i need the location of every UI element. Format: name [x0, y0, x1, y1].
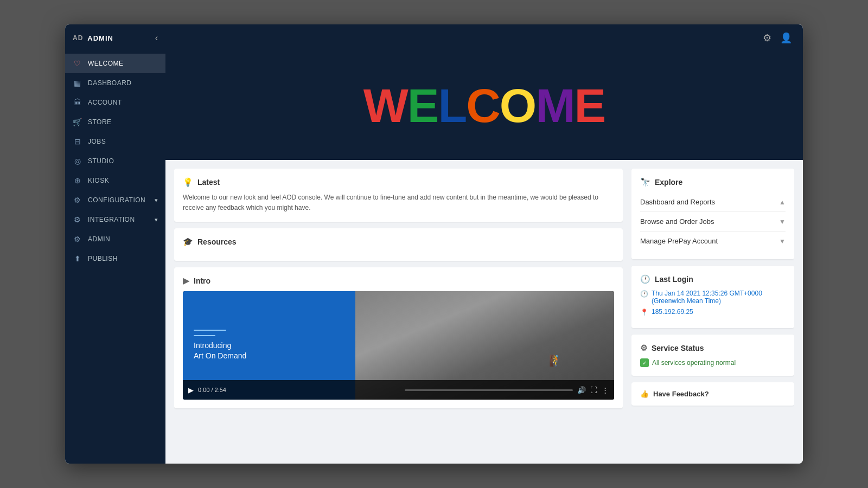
- feedback-card-title: 👍 Have Feedback?: [640, 390, 786, 398]
- feedback-card: 👍 Have Feedback?: [631, 382, 794, 406]
- clock-icon: 🕐: [640, 274, 650, 284]
- intro-play-icon: ▶: [183, 276, 189, 286]
- settings-icon[interactable]: ⚙: [763, 32, 771, 44]
- integration-arrow: ▾: [155, 216, 158, 223]
- store-icon: 🛒: [73, 118, 82, 126]
- resources-title-text: Resources: [197, 237, 237, 246]
- sidebar-item-kiosk[interactable]: ⊕ KIOSK: [65, 171, 165, 190]
- sidebar-item-store[interactable]: 🛒 STORE: [65, 112, 165, 132]
- status-check-icon: ✓: [640, 358, 649, 367]
- nav-label-account: ACCOUNT: [88, 99, 122, 106]
- status-ok-text: All services operating normal: [652, 359, 736, 367]
- login-ip: 185.192.69.25: [652, 308, 693, 316]
- user-icon[interactable]: 👤: [780, 32, 792, 44]
- video-fullscreen-icon[interactable]: ⛶: [590, 386, 597, 394]
- video-climbers: 🧗: [549, 354, 563, 367]
- resources-card-title: 🎓 Resources: [183, 237, 614, 247]
- video-time: 0:00 / 2:54: [198, 387, 400, 393]
- service-status-title-text: Service Status: [652, 344, 704, 352]
- welcome-logo-text: WELCOME: [363, 82, 605, 130]
- content-right: 🔭 Explore Dashboard and Reports ▲ Browse…: [631, 169, 794, 455]
- latest-card-body: Welcome to our new look and feel AOD con…: [183, 192, 614, 213]
- video-line-1: [194, 330, 226, 331]
- topbar: ⚙ 👤: [165, 24, 803, 52]
- explore-title-text: Explore: [655, 178, 682, 187]
- letter-c: C: [466, 79, 500, 132]
- configuration-arrow: ▾: [155, 197, 158, 204]
- location-icon: 📍: [640, 309, 648, 316]
- last-login-title-text: Last Login: [655, 275, 693, 284]
- video-play-button[interactable]: ▶: [188, 386, 194, 394]
- latest-card: 💡 Latest Welcome to our new look and fee…: [174, 169, 623, 222]
- sidebar-item-integration[interactable]: ⚙ INTEGRATION ▾: [65, 210, 165, 229]
- latest-card-title: 💡 Latest: [183, 177, 614, 187]
- sidebar-item-account[interactable]: 🏛 ACCOUNT: [65, 93, 165, 112]
- content-area: 💡 Latest Welcome to our new look and fee…: [165, 160, 803, 464]
- nav-label-admin: ADMIN: [88, 235, 110, 243]
- feedback-title-text: Have Feedback?: [653, 390, 709, 398]
- video-caption-line1: Introducing: [194, 341, 231, 350]
- explore-card-title: 🔭 Explore: [640, 177, 786, 187]
- video-progress-bar[interactable]: [405, 389, 573, 391]
- jobs-icon: ⊟: [73, 137, 82, 146]
- publish-icon: ⬆: [73, 254, 82, 263]
- letter-l: L: [438, 79, 466, 132]
- explore-item-label-2: Browse and Order Jobs: [640, 217, 714, 226]
- intro-title-text: Intro: [194, 277, 210, 285]
- sidebar-item-welcome[interactable]: ♡ WELCOME: [65, 54, 165, 73]
- last-login-card-title: 🕐 Last Login: [640, 274, 786, 284]
- explore-item-dashboard[interactable]: Dashboard and Reports ▲: [640, 192, 786, 212]
- explore-chevron-3: ▼: [779, 237, 786, 245]
- nav-label-jobs: JOBS: [88, 138, 106, 145]
- login-ip-row: 📍 185.192.69.25: [640, 308, 786, 316]
- nav-label-studio: STUDIO: [88, 157, 114, 165]
- explore-chevron-1: ▲: [779, 198, 786, 206]
- video-more-icon[interactable]: ⋮: [602, 386, 609, 394]
- sidebar-item-dashboard[interactable]: ▦ DASHBOARD: [65, 73, 165, 93]
- sidebar-item-configuration[interactable]: ⚙ CONFIGURATION ▾: [65, 190, 165, 210]
- letter-o: O: [500, 79, 535, 132]
- nav-label-dashboard: DASHBOARD: [88, 79, 132, 87]
- explore-item-jobs[interactable]: Browse and Order Jobs ▼: [640, 212, 786, 232]
- explore-item-label-3: Manage PrePay Account: [640, 237, 718, 245]
- letter-w: W: [363, 79, 407, 132]
- welcome-icon: ♡: [73, 59, 82, 68]
- letter-m: M: [535, 79, 574, 132]
- nav-label-publish: PUBLISH: [88, 255, 118, 262]
- sidebar-nav: ♡ WELCOME ▦ DASHBOARD 🏛 ACCOUNT 🛒 STORE …: [65, 52, 165, 464]
- video-caption: Introducing Art On Demand: [194, 341, 246, 362]
- thumbs-up-icon: 👍: [640, 390, 649, 398]
- video-controls: ▶ 0:00 / 2:54 🔊 ⛶ ⋮: [183, 380, 614, 400]
- browser-frame: AD ADMIN ‹ ♡ WELCOME ▦ DASHBOARD 🏛 ACCOU…: [65, 24, 803, 464]
- explore-chevron-2: ▼: [779, 218, 786, 226]
- integration-icon: ⚙: [73, 215, 82, 224]
- logo-name: ADMIN: [87, 34, 113, 42]
- sidebar-item-studio[interactable]: ◎ STUDIO: [65, 151, 165, 171]
- explore-items: Dashboard and Reports ▲ Browse and Order…: [640, 192, 786, 251]
- video-caption-line2: Art On Demand: [194, 351, 246, 360]
- last-login-card: 🕐 Last Login 🕐 Thu Jan 14 2021 12:35:26 …: [631, 266, 794, 328]
- sidebar-collapse-button[interactable]: ‹: [155, 33, 158, 43]
- sidebar-logo: AD ADMIN: [73, 34, 113, 42]
- login-datetime: Thu Jan 14 2021 12:35:26 GMT+0000 (Green…: [652, 290, 786, 305]
- sidebar-item-publish[interactable]: ⬆ PUBLISH: [65, 249, 165, 268]
- video-volume-icon[interactable]: 🔊: [577, 386, 586, 394]
- admin-icon: ⚙: [73, 235, 82, 243]
- time-icon: 🕐: [640, 290, 648, 298]
- account-icon: 🏛: [73, 98, 82, 107]
- explore-item-prepay[interactable]: Manage PrePay Account ▼: [640, 232, 786, 251]
- nav-label-kiosk: KIOSK: [88, 177, 109, 184]
- welcome-banner: WELCOME: [165, 52, 803, 160]
- video-container: Introducing Art On Demand 🧗: [183, 291, 614, 400]
- video-line-2: [194, 335, 215, 336]
- nav-label-integration: INTEGRATION: [88, 216, 135, 223]
- service-status-ok: ✓ All services operating normal: [640, 358, 786, 367]
- service-status-card: ⚙ Service Status ✓ All services operatin…: [631, 335, 794, 376]
- nav-label-configuration: CONFIGURATION: [88, 196, 145, 204]
- sidebar-item-admin[interactable]: ⚙ ADMIN: [65, 229, 165, 249]
- resources-card: 🎓 Resources: [174, 228, 623, 261]
- nav-label-welcome: WELCOME: [88, 60, 124, 67]
- nav-label-store: STORE: [88, 118, 112, 126]
- sidebar: AD ADMIN ‹ ♡ WELCOME ▦ DASHBOARD 🏛 ACCOU…: [65, 24, 165, 464]
- sidebar-item-jobs[interactable]: ⊟ JOBS: [65, 132, 165, 151]
